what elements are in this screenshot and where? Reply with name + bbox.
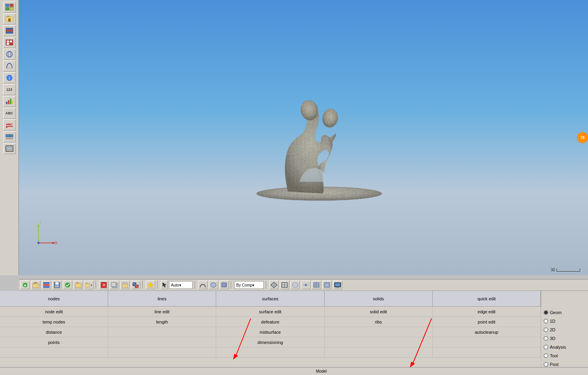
- toolbar-btn-6[interactable]: [3, 61, 16, 72]
- empty-r5-5: [433, 347, 541, 357]
- tb-monitor-icon[interactable]: [333, 281, 342, 289]
- section-lines[interactable]: lines: [108, 291, 216, 307]
- tb-surface-icon[interactable]: [209, 281, 218, 289]
- svg-point-49: [65, 283, 70, 287]
- toolbar-btn-12[interactable]: [3, 131, 16, 142]
- solid-edit-cell[interactable]: solid edit: [325, 307, 433, 316]
- toolbar-btn-chart[interactable]: [3, 96, 16, 107]
- tb-folder2-icon[interactable]: [74, 281, 83, 289]
- svg-rect-29: [7, 147, 12, 150]
- svg-rect-8: [6, 32, 13, 33]
- svg-text:i: i: [9, 76, 10, 80]
- toolbar-btn-abc-red[interactable]: ABC: [3, 119, 16, 131]
- empty-line-cell: [108, 327, 216, 337]
- tb-open-icon[interactable]: [31, 281, 40, 289]
- node-edit-cell[interactable]: node edit: [0, 307, 108, 316]
- radio-analysis[interactable]: [544, 345, 548, 349]
- edge-edit-cell[interactable]: edge edit: [433, 307, 541, 316]
- svg-rect-47: [55, 282, 59, 285]
- svg-point-39: [37, 242, 40, 244]
- scale-bar: 30: [551, 268, 580, 272]
- toolbar-btn-1[interactable]: [3, 2, 16, 13]
- toolbar-btn-123[interactable]: 123: [3, 84, 16, 95]
- defeature-cell[interactable]: defeature: [216, 317, 324, 327]
- tb-star-icon[interactable]: [146, 281, 155, 289]
- section-surfaces[interactable]: surfaces: [216, 291, 324, 307]
- left-toolbar: i 123 ABC ABC: [0, 0, 19, 275]
- tb-transform-icon[interactable]: [131, 281, 140, 289]
- temp-nodes-cell[interactable]: temp nodes: [0, 317, 108, 327]
- toolbar-btn-info[interactable]: i: [3, 72, 16, 83]
- tb-paste-icon[interactable]: [120, 281, 130, 289]
- separator-3: [157, 281, 159, 289]
- svg-rect-11: [10, 40, 12, 42]
- radio-2d[interactable]: [544, 327, 548, 332]
- tb-surface2-icon[interactable]: [290, 281, 300, 289]
- svg-rect-58: [123, 282, 127, 284]
- bycomp-dropdown[interactable]: By Comp ▾: [234, 281, 264, 289]
- tb-solid-icon[interactable]: [219, 281, 229, 289]
- toolbar-btn-abc-upper[interactable]: ABC: [3, 108, 16, 119]
- separator-1: [96, 281, 97, 289]
- svg-rect-44: [43, 284, 50, 286]
- separator-6: [266, 281, 267, 289]
- tb-copy-icon[interactable]: [110, 281, 119, 289]
- status-bar: Model: [0, 367, 588, 375]
- tb-layers-icon[interactable]: [42, 281, 51, 289]
- line-edit-cell[interactable]: line edit: [108, 307, 216, 316]
- section-nodes[interactable]: nodes: [0, 291, 108, 307]
- auto-dropdown[interactable]: Auto ▾: [169, 281, 193, 289]
- length-cell[interactable]: length: [108, 317, 216, 327]
- scale-label: 30: [551, 268, 555, 272]
- point-edit-cell[interactable]: point edit: [433, 317, 541, 327]
- radio-3d[interactable]: [544, 336, 548, 341]
- tb-save-icon[interactable]: [52, 281, 62, 289]
- svg-text:✕: ✕: [102, 283, 106, 287]
- orange-badge[interactable]: 76: [577, 132, 588, 143]
- grid-row-1: node edit line edit surface edit solid e…: [0, 307, 588, 317]
- tb-dot-icon[interactable]: [301, 281, 311, 289]
- tb-grid3-icon[interactable]: [312, 281, 321, 289]
- viewport[interactable]: Y X 30 76: [19, 0, 588, 275]
- svg-rect-56: [111, 282, 116, 287]
- tb-green-icon[interactable]: ▶: [20, 281, 30, 289]
- tb-folder-arrow-icon[interactable]: ▾: [84, 281, 94, 289]
- sculpture-container: [241, 76, 398, 213]
- section-quick-edit[interactable]: quick edit: [433, 291, 541, 307]
- toolbar-btn-frame[interactable]: [3, 143, 16, 154]
- ribs-cell[interactable]: ribs: [325, 317, 433, 327]
- right-panel: Geom 1D 2D 3D Analysis Tool Post: [541, 307, 588, 375]
- svg-marker-62: [147, 282, 154, 288]
- svg-rect-25: [6, 134, 9, 137]
- post-label: Post: [550, 362, 559, 367]
- tb-check-icon[interactable]: [63, 281, 72, 289]
- tb-selector-icon[interactable]: [161, 281, 168, 289]
- toolbar-btn-2[interactable]: [3, 13, 16, 24]
- svg-rect-50: [75, 283, 81, 288]
- scale-line: [557, 268, 580, 272]
- points-cell[interactable]: points: [0, 337, 108, 347]
- tb-check2-icon[interactable]: ✓: [322, 281, 332, 289]
- svg-rect-7: [6, 30, 13, 31]
- radio-post[interactable]: [544, 362, 548, 367]
- autocleanup-cell[interactable]: autocleanup: [433, 327, 541, 337]
- surface-edit-cell[interactable]: surface edit: [216, 307, 324, 316]
- tb-delete-icon[interactable]: ✕: [99, 281, 108, 289]
- radio-geom[interactable]: [544, 310, 548, 315]
- midsurface-cell[interactable]: midsurface: [216, 327, 324, 337]
- tb-mesh2-icon[interactable]: [280, 281, 289, 289]
- toolbar-btn-5[interactable]: [3, 49, 16, 60]
- dimensioning-cell[interactable]: dimensioning: [216, 337, 324, 347]
- quick-edit-label: quick edit: [478, 296, 496, 301]
- tb-curve-icon[interactable]: [198, 281, 208, 289]
- svg-rect-51: [85, 284, 90, 287]
- distance-cell[interactable]: distance: [0, 327, 108, 337]
- toolbar-btn-3[interactable]: [3, 25, 16, 36]
- tb-mesh-icon[interactable]: [269, 281, 279, 289]
- radio-1d[interactable]: [544, 319, 548, 324]
- radio-tool[interactable]: [544, 353, 548, 358]
- section-solids[interactable]: solids: [325, 291, 433, 307]
- svg-text:Y: Y: [39, 221, 42, 225]
- toolbar-btn-4[interactable]: [3, 37, 16, 48]
- grid-row-5: [0, 347, 588, 358]
